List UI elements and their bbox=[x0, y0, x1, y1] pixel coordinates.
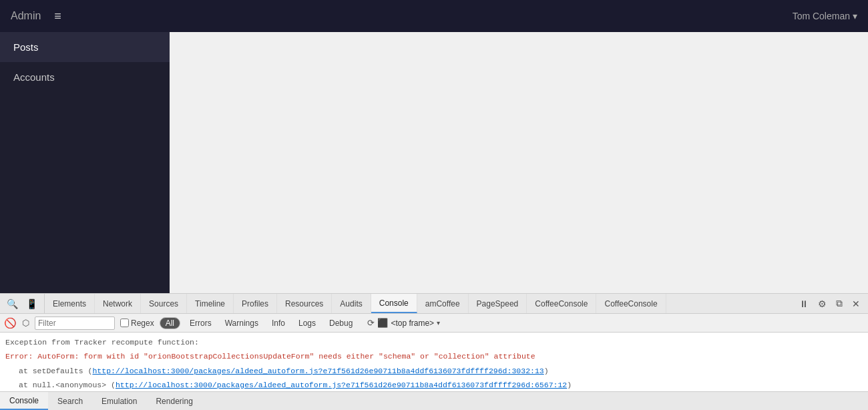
sidebar-item-posts[interactable]: Posts bbox=[0, 32, 170, 62]
main-area: Posts Accounts bbox=[0, 32, 868, 293]
level-logs-button[interactable]: Logs bbox=[294, 318, 320, 329]
user-name: Tom Coleman bbox=[793, 11, 850, 21]
console-link[interactable]: http://localhost:3000/packages/aldeed_au… bbox=[92, 367, 544, 375]
frame-label: <top frame> ▾ bbox=[391, 319, 440, 328]
regex-checkbox-label[interactable]: Regex bbox=[120, 319, 154, 328]
sidebar: Posts Accounts bbox=[0, 32, 170, 293]
close-icon[interactable]: ✕ bbox=[849, 297, 863, 311]
undock-icon[interactable]: ⧉ bbox=[833, 296, 845, 311]
user-menu[interactable]: Tom Coleman ▾ bbox=[793, 11, 857, 21]
bottom-tab-console[interactable]: Console bbox=[0, 392, 48, 410]
devtools-tab-list: Elements Network Sources Timeline Profil… bbox=[45, 294, 666, 313]
tab-coffeeconsole2[interactable]: CoffeeConsole bbox=[596, 294, 666, 313]
filter-toggle-icon[interactable]: ⬡ bbox=[22, 318, 29, 328]
console-line: Error: AutoForm: form with id "orionBoot… bbox=[5, 349, 863, 363]
frame-icon[interactable]: ⟳ bbox=[367, 318, 375, 328]
console-link[interactable]: http://localhost:3000/packages/aldeed_au… bbox=[116, 381, 567, 389]
filter-icon[interactable]: ⬛ bbox=[377, 318, 388, 328]
console-line: at null.<anonymous> (http://localhost:30… bbox=[5, 378, 863, 391]
tab-pagespeed[interactable]: PageSpeed bbox=[469, 294, 527, 313]
level-errors-button[interactable]: Errors bbox=[186, 318, 216, 329]
tab-timeline[interactable]: Timeline bbox=[187, 294, 234, 313]
devtools-toolbar: 🚫 ⬡ Regex All Errors Warnings Info Logs … bbox=[0, 314, 868, 333]
hamburger-icon[interactable]: ≡ bbox=[54, 9, 61, 23]
app-brand: Admin bbox=[11, 10, 41, 22]
console-line: Exception from Tracker recompute functio… bbox=[5, 335, 863, 349]
sidebar-item-label: Accounts bbox=[13, 71, 55, 83]
bottom-tab-rendering[interactable]: Rendering bbox=[146, 392, 202, 410]
console-output: Exception from Tracker recompute functio… bbox=[0, 333, 868, 391]
bottom-tab-emulation[interactable]: Emulation bbox=[92, 392, 146, 410]
tab-elements[interactable]: Elements bbox=[45, 294, 95, 313]
regex-label: Regex bbox=[131, 319, 154, 328]
level-all-button[interactable]: All bbox=[160, 317, 180, 329]
level-warnings-button[interactable]: Warnings bbox=[221, 318, 262, 329]
clear-console-icon[interactable]: 🚫 bbox=[4, 317, 17, 329]
tab-profiles[interactable]: Profiles bbox=[234, 294, 277, 313]
break-on-exceptions-icon[interactable]: ⏸ bbox=[797, 297, 811, 311]
bottom-tab-search[interactable]: Search bbox=[48, 392, 92, 410]
level-debug-button[interactable]: Debug bbox=[325, 318, 357, 329]
devtools-tab-bar: 🔍 📱 Elements Network Sources Timeline Pr… bbox=[0, 294, 868, 314]
frame-selector: ⟳ ⬛ <top frame> ▾ bbox=[367, 318, 440, 328]
console-line: at setDefaults (http://localhost:3000/pa… bbox=[5, 364, 863, 378]
tab-amcoffee[interactable]: amCoffee bbox=[417, 294, 469, 313]
settings-icon[interactable]: ⚙ bbox=[815, 297, 829, 311]
tab-sources[interactable]: Sources bbox=[141, 294, 187, 313]
sidebar-item-label: Posts bbox=[13, 41, 39, 53]
devtools-bottom-tabs: Console Search Emulation Rendering bbox=[0, 391, 868, 410]
tab-console[interactable]: Console bbox=[371, 294, 417, 313]
filter-input[interactable] bbox=[35, 317, 115, 330]
tab-network[interactable]: Network bbox=[95, 294, 141, 313]
frame-dropdown-arrow[interactable]: ▾ bbox=[437, 319, 440, 327]
inspect-icon[interactable]: 🔍 bbox=[4, 297, 21, 311]
devtools-panel: 🔍 📱 Elements Network Sources Timeline Pr… bbox=[0, 293, 868, 410]
tab-coffeeconsole1[interactable]: CoffeeConsole bbox=[527, 294, 596, 313]
level-info-button[interactable]: Info bbox=[268, 318, 289, 329]
regex-checkbox[interactable] bbox=[120, 319, 129, 327]
devtools-tab-actions: ⏸ ⚙ ⧉ ✕ bbox=[791, 296, 868, 311]
devtools-tab-icons: 🔍 📱 bbox=[0, 294, 45, 313]
device-icon[interactable]: 📱 bbox=[23, 297, 40, 311]
tab-resources[interactable]: Resources bbox=[277, 294, 332, 313]
tab-audits[interactable]: Audits bbox=[332, 294, 371, 313]
sidebar-item-accounts[interactable]: Accounts bbox=[0, 62, 170, 92]
main-content bbox=[170, 32, 868, 293]
navbar: Admin ≡ Tom Coleman ▾ bbox=[0, 0, 868, 32]
user-dropdown-icon: ▾ bbox=[853, 11, 857, 21]
